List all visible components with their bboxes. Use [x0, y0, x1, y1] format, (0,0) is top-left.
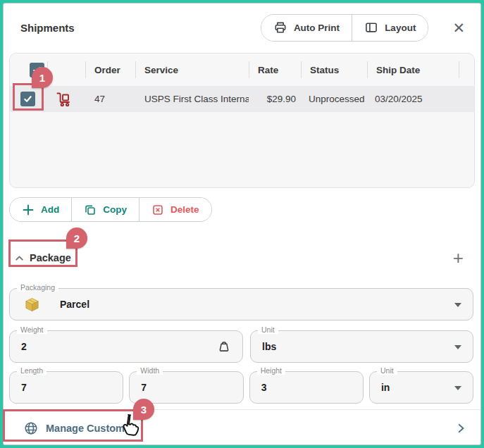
plus-icon — [22, 204, 35, 216]
add-label: Add — [41, 204, 59, 215]
delete-button[interactable]: Delete — [139, 198, 211, 221]
row-type-cell — [47, 91, 85, 108]
packaging-select[interactable]: Packaging Parcel — [9, 288, 473, 321]
parcel-box-icon — [24, 297, 40, 313]
layout-button[interactable]: Layout — [352, 15, 428, 41]
dimensions-row: Length 7 Width 7 Height 3 Unit in — [9, 371, 473, 404]
dimension-unit-select[interactable]: Unit in — [369, 371, 473, 404]
width-label: Width — [137, 366, 163, 375]
row-select-cell — [10, 92, 47, 106]
weight-row: Weight 2 Unit lbs — [9, 330, 473, 363]
height-label: Height — [257, 366, 285, 375]
dropdown-arrow-icon — [454, 345, 461, 349]
select-all-header-cell — [10, 54, 47, 86]
header-button-group: Auto Print Layout — [261, 14, 429, 42]
weight-scale-icon — [216, 339, 232, 354]
row-status-value: Unprocessed — [301, 94, 367, 104]
collapse-chevron-icon[interactable] — [14, 253, 25, 263]
select-all-checkbox[interactable] — [30, 63, 44, 77]
column-header-rate: Rate — [249, 54, 301, 86]
add-button[interactable]: Add — [10, 198, 71, 221]
package-section-header: Package + — [14, 244, 468, 271]
row-checkbox[interactable] — [20, 92, 35, 106]
checkmark-icon — [23, 94, 32, 104]
auto-print-label: Auto Print — [294, 23, 340, 33]
length-value: 7 — [10, 382, 27, 393]
checkmark-icon — [32, 66, 42, 75]
close-icon[interactable]: ✕ — [448, 19, 469, 37]
copy-label: Copy — [103, 204, 127, 215]
length-label: Length — [17, 366, 46, 375]
cart-icon — [55, 91, 85, 108]
add-package-icon[interactable]: + — [449, 248, 468, 268]
row-actions-toolbar: Add Copy — [9, 197, 475, 222]
shipments-table: Order Service Rate Status Ship Date — [9, 53, 475, 188]
package-section-title: Package — [30, 252, 71, 263]
dialog-header: Shipments Auto Print — [4, 4, 480, 51]
weight-value: 2 — [10, 341, 27, 352]
length-input[interactable]: Length 7 — [9, 371, 123, 404]
globe-icon — [23, 421, 39, 436]
delete-label: Delete — [170, 204, 199, 215]
row-service-value: USPS First Class Internat — [135, 94, 249, 104]
layout-icon — [364, 20, 378, 35]
column-header-ship-date: Ship Date — [367, 54, 459, 86]
table-row[interactable]: 47 USPS First Class Internat $29.90 Unpr… — [10, 86, 474, 112]
row-rate-value: $29.90 — [249, 94, 301, 104]
weight-unit-label: Unit — [258, 325, 278, 334]
manage-customs-row[interactable]: Manage Customs — [4, 409, 480, 445]
shipments-dialog: Shipments Auto Print — [0, 0, 484, 448]
packaging-label: Packaging — [17, 283, 58, 292]
height-value: 3 — [250, 382, 267, 393]
column-header-status: Status — [301, 54, 367, 86]
printer-icon — [273, 20, 287, 35]
weight-label: Weight — [17, 325, 47, 334]
dimension-unit-value: in — [370, 382, 390, 393]
weight-unit-select[interactable]: Unit lbs — [250, 330, 473, 363]
row-ship-date-value: 03/20/2025 — [367, 94, 459, 104]
dropdown-arrow-icon — [454, 386, 461, 390]
layout-label: Layout — [385, 23, 416, 33]
page-title: Shipments — [20, 22, 75, 34]
width-input[interactable]: Width 7 — [129, 371, 243, 404]
weight-unit-value: lbs — [251, 341, 276, 352]
row-order-value: 47 — [85, 94, 135, 104]
chevron-right-icon — [455, 423, 466, 434]
copy-icon — [84, 204, 97, 216]
dimension-unit-label: Unit — [377, 366, 397, 375]
icon-column-header — [47, 54, 85, 86]
copy-button[interactable]: Copy — [71, 198, 139, 221]
dropdown-arrow-icon — [454, 303, 461, 307]
width-value: 7 — [130, 382, 147, 393]
column-header-service: Service — [135, 54, 249, 86]
packaging-value: Parcel — [40, 299, 89, 310]
delete-x-icon — [151, 204, 164, 216]
row-actions-group: Add Copy — [9, 197, 212, 222]
spacer-column-header — [459, 54, 474, 86]
weight-input[interactable]: Weight 2 — [9, 330, 243, 363]
height-input[interactable]: Height 3 — [249, 371, 364, 404]
auto-print-button[interactable]: Auto Print — [261, 15, 352, 41]
shipments-panel: Shipments Auto Print — [3, 3, 481, 445]
packaging-row: Packaging Parcel — [9, 288, 473, 321]
column-header-order: Order — [85, 54, 135, 86]
manage-customs-label: Manage Customs — [46, 423, 130, 434]
table-header-row: Order Service Rate Status Ship Date — [10, 54, 474, 86]
